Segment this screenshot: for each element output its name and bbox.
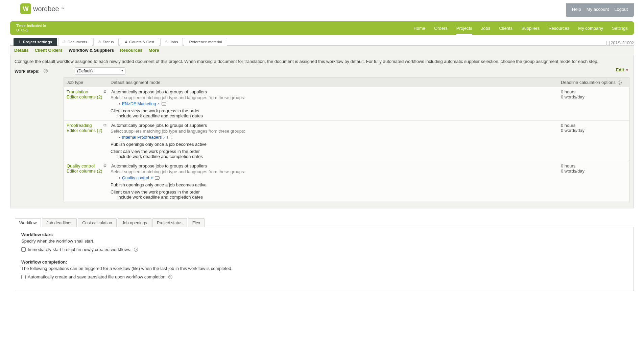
- nav-item-suppliers[interactable]: Suppliers: [521, 22, 540, 34]
- publish-line: Publish openings only once a job becomes…: [111, 182, 555, 187]
- bullet-icon: [119, 103, 120, 105]
- deadline-hours: 0 hours: [561, 123, 626, 128]
- logo-trademark: ™: [61, 7, 64, 10]
- sub-tab-resources[interactable]: Resources: [120, 48, 142, 53]
- mode-subtext: Select suppliers matching job type and l…: [111, 169, 555, 174]
- project-id-text: 201Soft1002: [611, 41, 634, 45]
- sub-tab-workflow-suppliers[interactable]: Workflow & Suppliers: [69, 48, 114, 53]
- mail-icon[interactable]: [155, 176, 160, 180]
- lock-icon: [606, 41, 610, 45]
- worksteps-grid: Job type Default assignment mode Deadlin…: [64, 77, 629, 202]
- jobtype-link[interactable]: Translation: [67, 89, 105, 94]
- nav-item-settings[interactable]: Settings: [612, 22, 628, 34]
- main-nav: Times indicated in UTC+1 HomeOrdersProje…: [10, 21, 634, 35]
- jobtype-link[interactable]: Quality control: [67, 163, 105, 168]
- gear-icon: [103, 164, 108, 168]
- page-tab-3-status[interactable]: 3. Status: [93, 38, 119, 46]
- help-icon[interactable]: ?: [618, 81, 622, 85]
- include-dates-line: Include work deadline and completion dat…: [117, 154, 555, 159]
- workflow-start-text: Specify when the workflow shall start.: [21, 239, 627, 244]
- workstep-row: TranslationEditor columns (2)Automatical…: [64, 87, 629, 121]
- workstep-row: Quality controlEditor columns (2)Automat…: [64, 161, 629, 202]
- mail-icon[interactable]: [167, 136, 172, 139]
- gear-icon: [103, 90, 108, 94]
- mail-icon[interactable]: [162, 102, 166, 106]
- timezone-line2: UTC+1: [16, 28, 46, 32]
- logo[interactable]: W wordbee™: [20, 3, 64, 14]
- jobtype-link[interactable]: Proofreading: [67, 123, 105, 128]
- mode-title: Automatically propose jobs to groups of …: [111, 163, 207, 168]
- sub-tab-client-orders[interactable]: Client Orders: [35, 48, 63, 53]
- supplier-group-link[interactable]: Quality control: [122, 176, 153, 180]
- page-tab-1-project-settings[interactable]: 1. Project settings: [14, 38, 57, 46]
- mode-subtext: Select suppliers matching job type and l…: [111, 129, 555, 134]
- content-panel: Configure the default workflow assigned …: [10, 55, 634, 208]
- deadline-words: 0 words/day: [561, 94, 626, 99]
- project-id: 201Soft1002: [606, 41, 634, 45]
- lower-tab-job-openings[interactable]: Job openings: [118, 218, 151, 227]
- sub-tab-more[interactable]: More: [149, 48, 159, 53]
- my-account-link[interactable]: My account: [587, 7, 609, 12]
- page-tab-2-documents[interactable]: 2. Documents: [58, 38, 92, 46]
- workflow-completion-text: The following operations can be triggere…: [21, 266, 627, 271]
- deadline-hours: 0 hours: [561, 89, 626, 94]
- lower-tab-workflow[interactable]: Workflow: [15, 218, 41, 227]
- page-tab-reference-material[interactable]: Reference material: [184, 38, 227, 46]
- help-icon[interactable]: ?: [134, 248, 138, 252]
- editor-columns-link[interactable]: Editor columns (2): [67, 168, 105, 174]
- help-icon[interactable]: ?: [44, 69, 48, 73]
- col-header-mode: Default assignment mode: [108, 78, 558, 87]
- nav-item-resources[interactable]: Resources: [548, 22, 569, 34]
- sub-tab-details[interactable]: Details: [14, 48, 29, 53]
- supplier-group-link[interactable]: Internal Proofreaders: [122, 135, 165, 140]
- client-view-line: Client can view the work progress in the…: [111, 108, 555, 113]
- logout-link[interactable]: Logout: [614, 7, 628, 12]
- workflow-completion-checkbox-label: Automatically create and save translated…: [28, 274, 166, 279]
- workflow-completion-checkbox[interactable]: [21, 275, 26, 279]
- deadline-words: 0 words/day: [561, 168, 626, 174]
- edit-button[interactable]: Edit▼: [616, 67, 629, 72]
- workstep-row: ProofreadingEditor columns (2)Automatica…: [64, 121, 629, 161]
- nav-item-projects[interactable]: Projects: [456, 22, 472, 34]
- supplier-group-link[interactable]: EN>DE Marketing: [122, 101, 160, 106]
- nav-item-home[interactable]: Home: [413, 22, 425, 34]
- bullet-icon: [119, 137, 120, 138]
- deadline-hours: 0 hours: [561, 163, 626, 168]
- worksteps-select[interactable]: (Default): [75, 67, 125, 75]
- workflow-start-title: Workflow start:: [21, 232, 627, 237]
- workflow-completion-title: Workflow completion:: [21, 259, 627, 265]
- editor-columns-link[interactable]: Editor columns (2): [67, 94, 105, 99]
- workflow-panel: Workflow start: Specify when the workflo…: [15, 227, 634, 291]
- account-bar: Help My account Logout: [566, 3, 634, 17]
- gear-icon: [103, 123, 108, 128]
- mode-title: Automatically propose jobs to groups of …: [111, 89, 207, 94]
- timezone-line1: Times indicated in: [16, 24, 46, 28]
- publish-line: Publish openings only once a job becomes…: [111, 142, 555, 147]
- help-icon[interactable]: ?: [168, 275, 172, 279]
- lower-tab-flex[interactable]: Flex: [188, 218, 205, 227]
- page-tab-5-jobs[interactable]: 5. Jobs: [160, 38, 183, 46]
- page-tab-4-counts-cost[interactable]: 4. Counts & Cost: [120, 38, 159, 46]
- help-link[interactable]: Help: [572, 7, 581, 12]
- lower-tab-cost-calculation[interactable]: Cost calculation: [78, 218, 116, 227]
- timezone-info: Times indicated in UTC+1: [16, 24, 46, 32]
- editor-columns-link[interactable]: Editor columns (2): [67, 128, 105, 133]
- caret-down-icon: ▼: [625, 68, 629, 72]
- include-dates-line: Include work deadline and completion dat…: [117, 113, 555, 118]
- workflow-start-checkbox[interactable]: [21, 247, 26, 252]
- include-dates-line: Include work deadline and completion dat…: [117, 195, 555, 200]
- worksteps-label: Work steps:: [15, 69, 40, 74]
- edit-label: Edit: [616, 67, 624, 72]
- lower-tab-project-status[interactable]: Project status: [152, 218, 187, 227]
- logo-mark-icon: W: [20, 3, 31, 14]
- description-text: Configure the default workflow assigned …: [15, 59, 629, 65]
- col-header-jobtype: Job type: [64, 78, 108, 87]
- nav-item-clients[interactable]: Clients: [499, 22, 512, 34]
- lower-tab-job-deadlines[interactable]: Job deadlines: [42, 218, 77, 227]
- deadline-words: 0 words/day: [561, 128, 626, 133]
- nav-item-orders[interactable]: Orders: [434, 22, 448, 34]
- col-header-deadline: Deadline calculation options ?: [558, 78, 629, 87]
- nav-item-my-company[interactable]: My company: [578, 22, 603, 34]
- nav-item-jobs[interactable]: Jobs: [481, 22, 490, 34]
- client-view-line: Client can view the work progress in the…: [111, 149, 555, 154]
